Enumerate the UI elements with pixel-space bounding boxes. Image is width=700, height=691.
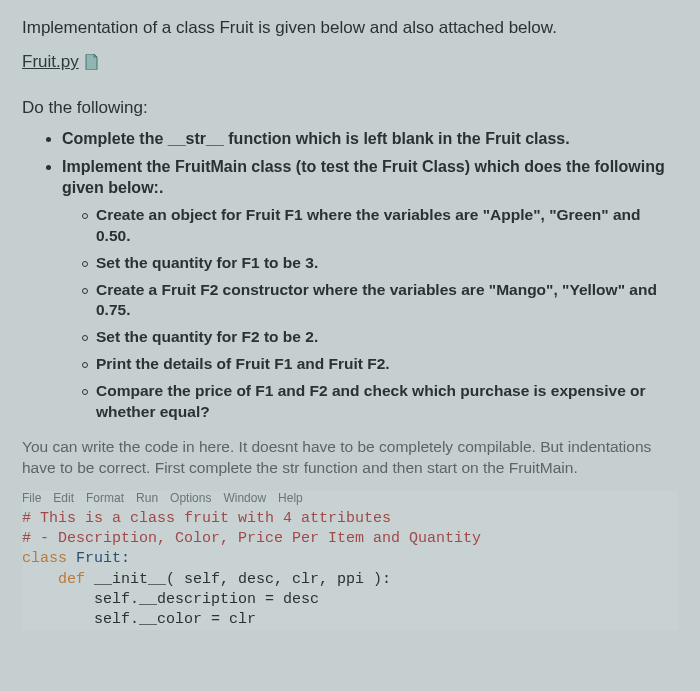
code-block: # This is a class fruit with 4 attribute… xyxy=(22,509,678,631)
code-line: self.__description = desc xyxy=(94,591,319,608)
code-line: __init__( self, desc, clr, ppi ): xyxy=(85,571,391,588)
subbullet-item: Create a Fruit F2 constructor where the … xyxy=(82,280,678,322)
subbullet-item: Print the details of Fruit F1 and Fruit … xyxy=(82,354,678,375)
subbullet-list: Create an object for Fruit F1 where the … xyxy=(62,205,678,423)
code-editor: File Edit Format Run Options Window Help… xyxy=(22,491,678,631)
menu-file[interactable]: File xyxy=(22,491,41,505)
file-link-label: Fruit.py xyxy=(22,52,79,72)
code-line: # This is a class fruit with 4 attribute… xyxy=(22,510,391,527)
menu-window[interactable]: Window xyxy=(223,491,266,505)
menu-edit[interactable]: Edit xyxy=(53,491,74,505)
bullet-list: Complete the __str__ function which is l… xyxy=(22,128,678,423)
code-line: Fruit: xyxy=(67,550,130,567)
code-line: self.__color = clr xyxy=(94,611,256,628)
subbullet-item: Set the quantity for F1 to be 3. xyxy=(82,253,678,274)
subbullet-item: Create an object for Fruit F1 where the … xyxy=(82,205,678,247)
bullet-text: Implement the FruitMain class (to test t… xyxy=(62,158,665,197)
file-link[interactable]: Fruit.py xyxy=(22,52,99,72)
menu-options[interactable]: Options xyxy=(170,491,211,505)
menu-run[interactable]: Run xyxy=(136,491,158,505)
code-keyword: class xyxy=(22,550,67,567)
subbullet-item: Compare the price of F1 and F2 and check… xyxy=(82,381,678,423)
menu-help[interactable]: Help xyxy=(278,491,303,505)
bullet-item: Implement the FruitMain class (to test t… xyxy=(62,156,678,423)
editor-menubar: File Edit Format Run Options Window Help xyxy=(22,491,678,505)
menu-format[interactable]: Format xyxy=(86,491,124,505)
note-text: You can write the code in here. It doesn… xyxy=(22,437,678,479)
code-keyword: def xyxy=(58,571,85,588)
file-icon xyxy=(85,54,99,70)
do-heading: Do the following: xyxy=(22,98,678,118)
page-root: Implementation of a class Fruit is given… xyxy=(0,0,700,691)
bullet-item: Complete the __str__ function which is l… xyxy=(62,128,678,150)
code-line: # - Description, Color, Price Per Item a… xyxy=(22,530,481,547)
intro-text: Implementation of a class Fruit is given… xyxy=(22,18,678,38)
subbullet-item: Set the quantity for F2 to be 2. xyxy=(82,327,678,348)
